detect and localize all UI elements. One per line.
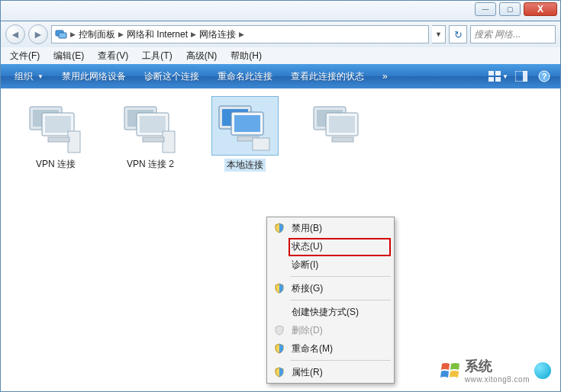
breadcrumb-segment[interactable]: 网络和 Internet: [125, 28, 189, 41]
view-status-button[interactable]: 查看此连接的状态: [283, 67, 372, 86]
svg-rect-32: [332, 137, 353, 142]
history-dropdown-button[interactable]: ▼: [432, 25, 446, 43]
ctx-rename[interactable]: 重命名(M): [269, 339, 392, 358]
shield-icon: [273, 282, 285, 294]
separator: [290, 300, 391, 300]
search-input[interactable]: 搜索 网络...: [470, 25, 556, 43]
svg-rect-3: [495, 71, 501, 76]
menu-edit[interactable]: 编辑(E): [47, 48, 90, 64]
svg-rect-5: [495, 77, 501, 82]
chevron-right-icon: ▶: [189, 31, 198, 38]
shield-icon: [273, 342, 285, 355]
ctx-label: 禁用(B): [292, 222, 322, 235]
menu-advanced[interactable]: 高级(N): [180, 48, 224, 64]
svg-rect-1: [59, 33, 66, 38]
preview-pane-button[interactable]: [511, 68, 531, 85]
chevron-right-icon: ▶: [237, 31, 246, 38]
separator: [290, 360, 391, 361]
rename-connection-button[interactable]: 重命名此连接: [210, 67, 280, 86]
maximize-button[interactable]: ▢: [499, 2, 521, 16]
ctx-label: 重命名(M): [292, 342, 333, 355]
close-button[interactable]: X: [524, 2, 557, 16]
breadcrumb-segment[interactable]: 网络连接: [198, 28, 237, 41]
help-button[interactable]: ?: [534, 68, 554, 85]
ctx-label: 创建快捷方式(S): [292, 306, 359, 319]
connection-label: VPN 连接 2: [112, 159, 189, 170]
separator: [290, 276, 391, 277]
menu-file[interactable]: 文件(F): [4, 48, 46, 64]
connection-list: VPN 连接 VPN 连接 2: [1, 96, 560, 174]
nav-back-button[interactable]: ◄: [5, 24, 25, 44]
minimize-button[interactable]: —: [475, 2, 496, 16]
chevron-down-icon: ▼: [37, 73, 44, 80]
nav-forward-button[interactable]: ►: [28, 24, 48, 44]
ctx-delete: 删除(D): [269, 321, 392, 339]
connection-label: 本地连接: [224, 159, 266, 172]
ctx-status[interactable]: 状态(U): [269, 237, 392, 255]
watermark: 系统 www.xitong8.com: [440, 357, 551, 384]
search-placeholder: 搜索 网络...: [474, 28, 521, 41]
chevron-right-icon: ▶: [69, 31, 77, 38]
ctx-label: 属性(R): [292, 366, 323, 379]
menu-help[interactable]: 帮助(H): [224, 48, 268, 64]
shield-icon: [273, 324, 285, 336]
ctx-create-shortcut[interactable]: 创建快捷方式(S): [269, 303, 392, 321]
breadcrumb[interactable]: ▶ 控制面板 ▶ 网络和 Internet ▶ 网络连接 ▶: [51, 25, 429, 43]
svg-rect-21: [143, 137, 164, 142]
window-controls: — ▢ X: [475, 2, 557, 16]
menu-tools[interactable]: 工具(T): [136, 48, 178, 64]
list-item[interactable]: VPN 连接 2: [112, 96, 189, 174]
ctx-diagnose[interactable]: 诊断(I): [269, 255, 392, 274]
menu-view[interactable]: 查看(V): [92, 48, 134, 64]
content-area: VPN 连接 VPN 连接 2: [0, 88, 561, 392]
svg-rect-2: [488, 71, 494, 76]
list-item-selected[interactable]: 本地连接: [207, 96, 283, 174]
watermark-url: www.xitong8.com: [465, 375, 530, 384]
diagnose-button[interactable]: 诊断这个连接: [137, 67, 207, 86]
watermark-brand: 系统: [465, 358, 492, 374]
svg-rect-31: [329, 116, 355, 133]
connection-icon: [117, 96, 184, 156]
list-item[interactable]: [301, 96, 378, 174]
shield-icon: [273, 222, 285, 234]
ctx-bridge[interactable]: 桥接(G): [269, 279, 392, 297]
ctx-properties[interactable]: 属性(R): [269, 363, 392, 381]
svg-rect-25: [234, 115, 260, 132]
chevron-down-icon: ▼: [502, 73, 508, 80]
organize-button[interactable]: 组织▼: [7, 67, 51, 86]
svg-text:?: ?: [542, 72, 547, 81]
connection-icon: [306, 96, 373, 156]
menu-bar: 文件(F) 编辑(E) 查看(V) 工具(T) 高级(N) 帮助(H): [0, 47, 561, 64]
svg-rect-19: [140, 116, 166, 133]
connection-icon: [22, 96, 89, 156]
view-mode-button[interactable]: ▼: [488, 68, 508, 85]
svg-rect-13: [45, 116, 71, 133]
network-icon: [53, 28, 69, 40]
svg-rect-7: [523, 71, 527, 82]
windows-logo-icon: [440, 362, 460, 379]
shield-icon: [273, 366, 285, 378]
context-menu: 禁用(B) 状态(U) 诊断(I) 桥接(G) 创建快捷方式(S) 删除(D) …: [266, 217, 395, 384]
ctx-label: 状态(U): [292, 240, 323, 253]
ctx-label: 删除(D): [292, 324, 323, 337]
chevron-right-icon: ▶: [117, 31, 125, 38]
refresh-button[interactable]: ↻: [449, 25, 467, 43]
disable-device-button[interactable]: 禁用此网络设备: [54, 67, 134, 86]
organize-label: 组织: [15, 70, 33, 83]
list-item[interactable]: VPN 连接: [18, 96, 94, 174]
address-row: ◄ ► ▶ 控制面板 ▶ 网络和 Internet ▶ 网络连接 ▶ ▼ ↻ 搜…: [0, 21, 561, 47]
logo-ball-icon: [534, 362, 551, 379]
more-button[interactable]: »: [375, 68, 395, 85]
ctx-disable[interactable]: 禁用(B): [269, 219, 392, 237]
connection-icon: [211, 96, 279, 156]
svg-rect-15: [48, 137, 69, 142]
command-bar: 组织▼ 禁用此网络设备 诊断这个连接 重命名此连接 查看此连接的状态 » ▼ ?: [0, 64, 561, 88]
ctx-label: 诊断(I): [292, 259, 318, 272]
connection-label: VPN 连接: [18, 159, 94, 170]
title-bar: — ▢ X: [0, 0, 561, 21]
ctx-label: 桥接(G): [292, 282, 323, 295]
svg-rect-27: [253, 138, 269, 150]
svg-rect-4: [488, 77, 494, 82]
breadcrumb-segment[interactable]: 控制面板: [77, 28, 117, 41]
